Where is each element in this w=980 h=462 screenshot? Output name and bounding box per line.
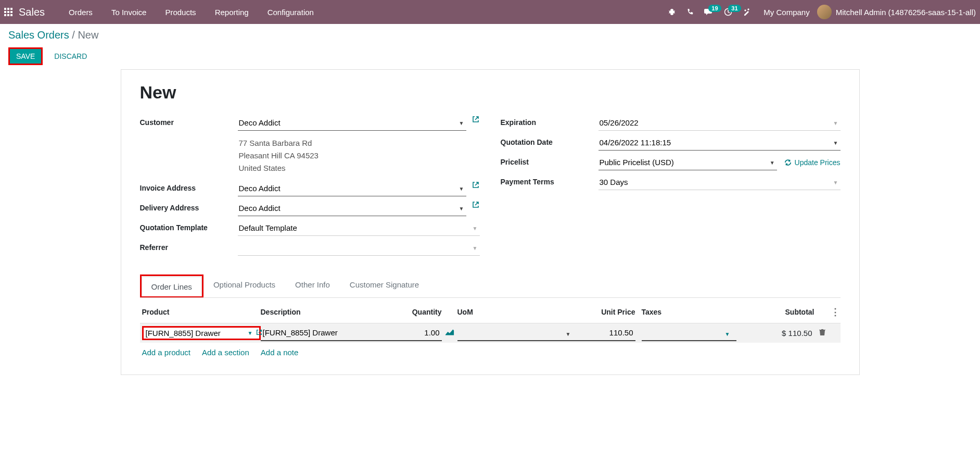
forecast-icon[interactable] [442,329,457,338]
customer-label: Customer [140,115,238,127]
add-section-link[interactable]: Add a section [202,348,249,357]
external-link-icon[interactable] [472,115,480,125]
messages-icon[interactable]: 19 [699,8,719,16]
form-col-right: Expiration ▼ Quotation Date ▼ Pricelist [501,115,841,260]
line-product-input[interactable] [146,329,245,338]
external-link-icon[interactable] [472,181,480,196]
col-description: Description [261,308,386,316]
quote-date-label: Quotation Date [501,135,599,146]
col-quantity: Quantity [386,308,442,316]
menu-reporting[interactable]: Reporting [206,8,258,17]
col-uom: UoM [457,308,573,316]
activities-icon[interactable]: 31 [719,8,737,16]
chevron-down-icon: ▼ [725,331,730,337]
line-uom-input[interactable] [457,325,573,341]
chevron-down-icon: ▼ [248,330,253,336]
menu-products[interactable]: Products [156,8,205,17]
breadcrumb-sep: / [72,29,75,41]
line-quantity-input[interactable] [386,325,442,341]
avatar[interactable] [817,5,832,19]
add-product-link[interactable]: Add a product [142,348,190,357]
add-links: Add a product Add a section Add a note [140,343,841,362]
update-prices-label: Update Prices [795,158,841,167]
breadcrumb-root[interactable]: Sales Orders [8,29,69,41]
menu-orders[interactable]: Orders [59,8,102,17]
table-row: ▼ ▼ ▼ [140,323,841,343]
debug-icon[interactable] [663,8,681,16]
update-prices-button[interactable]: Update Prices [784,158,841,167]
quotation-template-input[interactable] [238,220,480,236]
col-unit-price: Unit Price [573,308,635,316]
invoice-address-input[interactable] [238,181,466,196]
referrer-input[interactable] [238,240,480,256]
discard-button[interactable]: DISCARD [50,49,91,64]
delivery-label: Delivery Address [140,201,238,212]
template-label: Quotation Template [140,220,238,232]
save-button[interactable]: SAVE [10,49,41,64]
invoice-label: Invoice Address [140,181,238,192]
phone-icon[interactable] [681,8,699,16]
tab-optional-products[interactable]: Optional Products [203,274,285,297]
expiration-label: Expiration [501,115,599,127]
breadcrumb: Sales Orders / New [8,29,972,41]
menu-to-invoice[interactable]: To Invoice [102,8,156,17]
add-note-link[interactable]: Add a note [261,348,299,357]
tools-icon[interactable] [737,8,756,16]
apps-icon[interactable] [4,8,12,16]
delete-line-icon[interactable] [814,329,830,338]
col-product: Product [140,308,261,316]
line-description-input[interactable] [261,325,386,341]
customer-input[interactable] [238,115,466,131]
pricelist-input[interactable] [599,155,777,170]
main-navbar: Sales Orders To Invoice Products Reporti… [0,0,980,24]
pricelist-label: Pricelist [501,155,599,166]
app-brand[interactable]: Sales [19,6,45,18]
table-header: Product Description Quantity UoM Unit Pr… [140,301,841,323]
username[interactable]: Mitchell Admin (14876256-saas-15-1-all) [836,8,976,17]
payment-terms-input[interactable] [599,174,841,190]
col-taxes: Taxes [635,308,736,316]
external-link-icon[interactable] [472,201,480,216]
col-subtotal: Subtotal [736,308,814,316]
line-taxes-input[interactable] [642,325,736,341]
quotation-date-input[interactable] [599,135,841,151]
tab-order-lines[interactable]: Order Lines [142,277,202,296]
page-title: New [140,82,841,103]
form-col-left: Customer ▼ 77 Santa Barbara Rd [140,115,480,260]
terms-label: Payment Terms [501,174,599,186]
tabs: Order Lines Optional Products Other Info… [140,274,841,298]
breadcrumb-current: New [78,29,98,41]
form-sheet: New Customer ▼ [121,69,860,375]
highlight-order-lines: Order Lines [140,274,203,297]
highlight-save: SAVE [8,47,43,65]
referrer-label: Referrer [140,240,238,252]
order-lines-table: Product Description Quantity UoM Unit Pr… [140,301,841,362]
tab-other-info[interactable]: Other Info [285,274,340,297]
menu-configuration[interactable]: Configuration [258,8,323,17]
line-subtotal: $ 110.50 [736,326,814,341]
columns-menu-icon[interactable]: ⋮ [831,307,840,317]
customer-address: 77 Santa Barbara Rd Pleasant Hill CA 945… [238,135,480,177]
line-unit-price-input[interactable] [573,325,635,341]
highlight-product-cell: ▼ [142,326,261,340]
expiration-input[interactable] [599,115,841,131]
tab-customer-signature[interactable]: Customer Signature [340,274,429,297]
control-bar: Sales Orders / New SAVE DISCARD [0,24,980,65]
company-selector[interactable]: My Company [756,8,817,17]
delivery-address-input[interactable] [238,201,466,216]
